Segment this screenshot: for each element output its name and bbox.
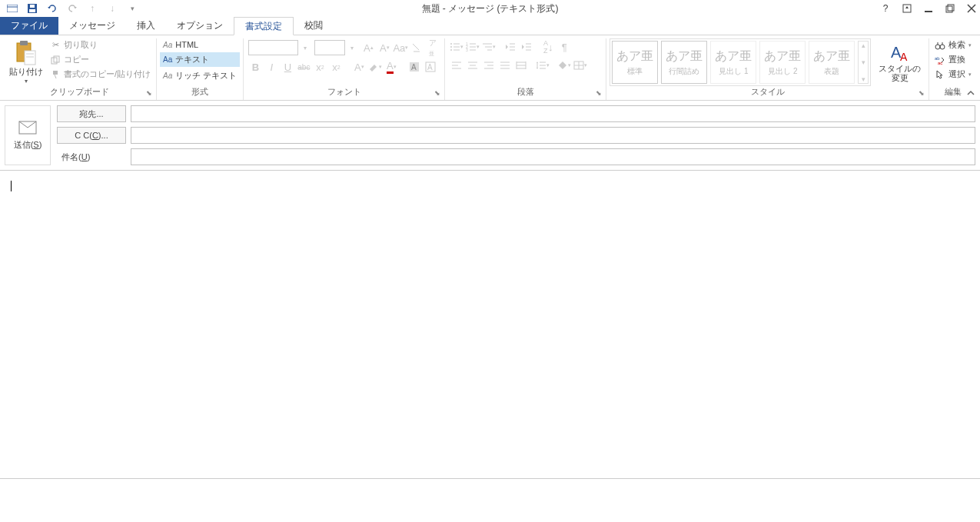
superscript-icon[interactable]: x2 xyxy=(329,60,343,74)
change-case-icon[interactable]: Aa▾ xyxy=(394,41,407,55)
maximize-icon[interactable] xyxy=(945,3,955,14)
group-clipboard-label: クリップボード ⬊ xyxy=(6,86,153,98)
shading-icon[interactable]: ▾ xyxy=(557,58,571,72)
tab-options[interactable]: オプション xyxy=(166,17,234,35)
group-font-label: フォント ⬊ xyxy=(247,86,441,98)
bold-icon[interactable]: B xyxy=(248,60,262,74)
ribbon-tabs: ファイル メッセージ 挿入 オプション 書式設定 校閲 xyxy=(0,17,980,35)
borders-icon[interactable]: ▾ xyxy=(573,58,587,72)
scroll-down-icon[interactable]: ▾ xyxy=(862,58,865,66)
bullets-icon[interactable]: ▾ xyxy=(450,40,463,54)
chevron-down-icon: ▾ xyxy=(968,71,972,78)
decrease-indent-icon[interactable] xyxy=(503,40,517,54)
strikethrough-icon[interactable]: abc xyxy=(297,60,311,74)
window-title: 無題 - メッセージ (テキスト形式) xyxy=(422,2,559,15)
save-icon[interactable] xyxy=(26,2,38,15)
group-paragraph-label: 段落 ⬊ xyxy=(448,86,603,98)
cc-input[interactable] xyxy=(131,127,975,144)
aa-icon: Aa xyxy=(163,41,172,49)
to-button[interactable]: 宛先... xyxy=(57,105,126,122)
window-icon[interactable] xyxy=(6,2,18,15)
numbering-icon[interactable]: 123▾ xyxy=(466,40,480,54)
char-shading-icon[interactable]: A xyxy=(407,60,421,74)
minimize-icon[interactable] xyxy=(923,3,934,14)
enclose-char-icon[interactable]: A xyxy=(424,60,437,74)
subscript-icon[interactable]: x2 xyxy=(313,60,327,74)
format-rich-button[interactable]: Aa リッチ テキスト xyxy=(160,68,240,83)
scroll-up-icon[interactable]: ▴ xyxy=(862,42,865,49)
grow-font-icon[interactable]: A▴ xyxy=(361,41,375,55)
text-effects-icon[interactable]: A▾ xyxy=(352,60,366,74)
help-icon[interactable]: ? xyxy=(880,3,891,14)
clear-formatting-icon[interactable] xyxy=(410,41,424,55)
tab-review[interactable]: 校閲 xyxy=(294,17,334,35)
gallery-more-icon[interactable]: ▾ xyxy=(862,75,865,83)
cc-button[interactable]: C C(C)... xyxy=(57,127,126,144)
format-html-button[interactable]: Aa HTML xyxy=(160,38,240,51)
cut-button[interactable]: ✂ 切り取り xyxy=(48,38,153,52)
font-name-input[interactable] xyxy=(248,40,298,55)
increase-indent-icon[interactable] xyxy=(520,40,533,54)
tab-message[interactable]: メッセージ xyxy=(58,17,126,35)
send-button[interactable]: 送信(S) xyxy=(5,105,51,165)
sort-icon[interactable]: AZ↓ xyxy=(541,40,555,54)
close-icon[interactable] xyxy=(966,3,977,14)
chevron-down-icon[interactable]: ▾ xyxy=(298,41,312,55)
prev-item-icon[interactable]: ↑ xyxy=(86,2,98,15)
font-color-icon[interactable]: A▾ xyxy=(384,60,398,74)
select-button[interactable]: 選択 ▾ xyxy=(932,68,974,81)
line-spacing-icon[interactable]: ▾ xyxy=(536,58,550,72)
format-painter-button[interactable]: 書式のコピー/貼り付け xyxy=(48,68,153,81)
align-right-icon[interactable] xyxy=(482,58,496,72)
ribbon-display-icon[interactable] xyxy=(902,3,912,14)
group-format-label: 形式 xyxy=(160,86,240,98)
copy-button[interactable]: コピー xyxy=(48,53,153,66)
redo-icon[interactable] xyxy=(66,2,78,15)
next-item-icon[interactable]: ↓ xyxy=(106,2,118,15)
undo-icon[interactable] xyxy=(46,2,58,15)
title-bar: ↑ ↓ ▾ 無題 - メッセージ (テキスト形式) ? xyxy=(0,0,980,17)
italic-icon[interactable]: I xyxy=(264,60,278,74)
show-marks-icon[interactable]: ¶ xyxy=(557,40,571,54)
dialog-launcher-icon[interactable]: ⬊ xyxy=(145,89,153,97)
chevron-down-icon[interactable]: ▾ xyxy=(345,41,359,55)
style-normal[interactable]: あア亜 標準 xyxy=(612,41,658,84)
font-size-input[interactable] xyxy=(314,40,345,55)
distributed-icon[interactable] xyxy=(514,58,528,72)
collapse-ribbon-icon[interactable] xyxy=(966,88,975,98)
shrink-font-icon[interactable]: A▾ xyxy=(377,41,391,55)
align-center-icon[interactable] xyxy=(466,58,480,72)
tab-format[interactable]: 書式設定 xyxy=(234,17,294,35)
change-styles-icon: AA xyxy=(889,42,911,64)
paintbrush-icon xyxy=(50,69,61,80)
group-styles-label: スタイル ⬊ xyxy=(610,86,925,98)
format-text-button[interactable]: Aa テキスト xyxy=(160,52,240,67)
gallery-scroll[interactable]: ▴ ▾ ▾ xyxy=(858,41,869,84)
dialog-launcher-icon[interactable]: ⬊ xyxy=(595,89,603,97)
replace-button[interactable]: abac 置換 xyxy=(932,53,974,66)
align-left-icon[interactable] xyxy=(450,58,463,72)
phonetic-guide-icon[interactable]: ア亜 xyxy=(426,41,440,55)
qat-customize-icon[interactable]: ▾ xyxy=(126,2,138,15)
to-input[interactable] xyxy=(131,105,975,122)
dialog-launcher-icon[interactable]: ⬊ xyxy=(918,89,925,97)
paste-button[interactable]: 貼り付け ▾ xyxy=(6,38,46,86)
find-button[interactable]: 検索 ▾ xyxy=(932,38,974,52)
change-styles-button[interactable]: AA スタイルの 変更 xyxy=(875,41,924,84)
dialog-launcher-icon[interactable]: ⬊ xyxy=(434,89,441,97)
tab-file[interactable]: ファイル xyxy=(0,17,58,35)
tab-insert[interactable]: 挿入 xyxy=(126,17,166,35)
style-no-spacing[interactable]: あア亜 行間詰め xyxy=(661,41,707,84)
style-heading2[interactable]: あア亜 見出し 2 xyxy=(759,41,806,84)
subject-input[interactable] xyxy=(131,148,975,165)
style-heading1[interactable]: あア亜 見出し 1 xyxy=(710,41,756,84)
cut-label: 切り取り xyxy=(64,39,98,51)
highlight-icon[interactable]: ▾ xyxy=(368,60,382,74)
multilevel-list-icon[interactable]: ▾ xyxy=(482,40,496,54)
svg-text:A: A xyxy=(900,51,908,63)
message-body[interactable] xyxy=(0,171,980,478)
paste-icon xyxy=(15,40,37,66)
style-title[interactable]: あア亜 表題 xyxy=(809,41,855,84)
justify-icon[interactable] xyxy=(498,58,512,72)
underline-icon[interactable]: U xyxy=(281,60,294,74)
